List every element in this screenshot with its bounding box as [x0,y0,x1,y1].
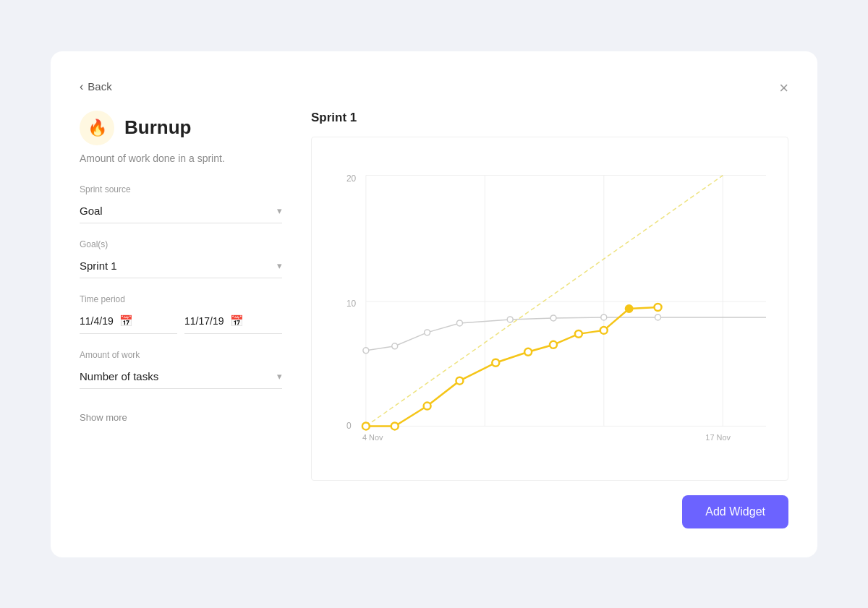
sprint-source-select[interactable]: Goal ▾ [80,199,282,223]
date-start-value: 11/4/19 [80,315,114,327]
svg-point-11 [392,343,398,348]
widget-icon: 🔥 [80,111,114,145]
close-icon: × [779,79,788,97]
svg-point-12 [425,329,430,335]
time-period-row: 11/4/19 📅 11/17/19 📅 [80,309,282,334]
date-start-field[interactable]: 11/4/19 📅 [80,309,177,334]
svg-point-25 [550,341,557,348]
sprint-source-field: Sprint source Goal ▾ [80,184,282,223]
amount-of-work-select[interactable]: Number of tasks ▾ [80,364,282,389]
svg-text:17 Nov: 17 Nov [705,433,731,442]
svg-point-10 [363,347,369,353]
widget-title-row: 🔥 Burnup [80,111,282,145]
amount-of-work-value: Number of tasks [80,370,158,382]
goals-select[interactable]: Sprint 1 ▾ [80,254,282,278]
add-widget-button[interactable]: Add Widget [682,495,788,528]
close-button[interactable]: × [779,80,788,96]
time-period-field: Time period 11/4/19 📅 11/17/19 📅 [80,294,282,334]
date-end-field[interactable]: 11/17/19 📅 [184,309,282,334]
svg-point-17 [655,314,661,320]
amount-of-work-field: Amount of work Number of tasks ▾ [80,350,282,389]
amount-of-work-label: Amount of work [80,350,282,360]
svg-point-16 [601,314,607,320]
svg-text:20: 20 [346,173,357,183]
svg-point-22 [456,377,463,384]
chevron-down-icon-3: ▾ [277,371,282,382]
time-period-label: Time period [80,294,282,304]
show-more-button[interactable]: Show more [80,412,127,423]
svg-point-20 [391,422,399,429]
svg-point-21 [424,402,431,409]
goals-value: Sprint 1 [80,260,117,272]
sprint-source-value: Goal [80,205,103,217]
svg-text:0: 0 [346,421,352,431]
chevron-down-icon-2: ▾ [277,260,282,271]
widget-description: Amount of work done in a sprint. [80,153,282,164]
widget-title: Burnup [124,116,191,139]
svg-point-27 [600,326,608,333]
modal-container: ‹ Back × 🔥 Burnup Amount of work done in… [51,51,817,557]
svg-point-28 [626,305,633,312]
chevron-down-icon: ▾ [277,205,282,216]
back-button[interactable]: ‹ Back [80,80,112,93]
svg-point-29 [655,304,662,311]
chart-container: 20 10 0 [311,137,788,481]
svg-line-18 [366,175,723,426]
svg-text:10: 10 [346,298,357,308]
back-label: Back [88,80,111,93]
chart-title: Sprint 1 [311,111,788,125]
svg-point-26 [575,330,582,337]
sprint-source-label: Sprint source [80,184,282,194]
svg-point-19 [362,422,370,429]
modal-footer: Add Widget [80,481,788,528]
date-end-value: 11/17/19 [184,315,224,327]
svg-point-13 [456,320,462,325]
back-chevron-icon: ‹ [80,80,83,93]
svg-point-24 [524,348,532,355]
svg-text:4 Nov: 4 Nov [362,433,383,442]
goals-field: Goal(s) Sprint 1 ▾ [80,239,282,278]
chart-area: Sprint 1 20 10 0 [311,111,788,481]
modal-header: ‹ Back × [80,80,788,96]
modal-body: 🔥 Burnup Amount of work done in a sprint… [80,111,788,481]
calendar-start-icon: 📅 [119,314,133,327]
svg-point-15 [550,314,556,320]
config-sidebar: 🔥 Burnup Amount of work done in a sprint… [80,111,282,481]
svg-point-14 [507,316,513,322]
flame-icon: 🔥 [88,119,107,137]
svg-point-23 [492,359,499,366]
goals-label: Goal(s) [80,239,282,249]
calendar-end-icon: 📅 [230,314,244,327]
burnup-chart: 20 10 0 [341,152,773,458]
